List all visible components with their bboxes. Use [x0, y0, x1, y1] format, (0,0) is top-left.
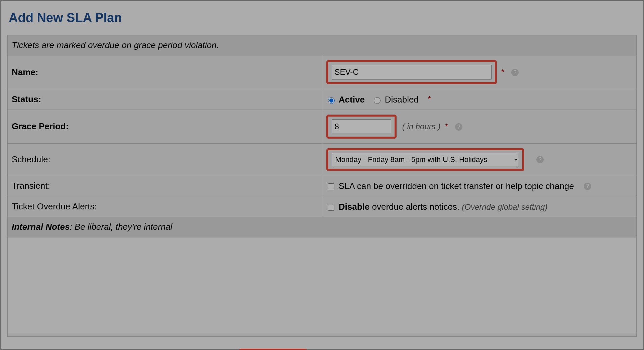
- form-header-note: Tickets are marked overdue on grace peri…: [8, 35, 637, 55]
- overdue-hint: (Override global setting): [462, 202, 547, 211]
- transient-option[interactable]: SLA can be overridden on ticket transfer…: [326, 181, 576, 191]
- status-label: Status:: [8, 89, 322, 110]
- sla-plan-form-page: Add New SLA Plan Tickets are marked over…: [0, 0, 644, 350]
- notes-header-rest: : Be liberal, they're internal: [70, 222, 172, 232]
- transient-label: Transient:: [8, 176, 322, 196]
- transient-checkbox-label: SLA can be overridden on ticket transfer…: [339, 181, 574, 191]
- help-icon[interactable]: ?: [455, 123, 462, 131]
- form-buttons: Add Plan Reset Cancel: [7, 349, 637, 350]
- internal-notes-textarea[interactable]: [8, 237, 636, 334]
- overdue-alerts-label: Ticket Overdue Alerts:: [8, 196, 322, 217]
- help-icon[interactable]: ?: [511, 69, 519, 76]
- name-input[interactable]: [332, 65, 492, 79]
- overdue-alerts-checkbox[interactable]: [328, 204, 334, 211]
- status-disabled-label: Disabled: [385, 95, 419, 105]
- name-cell: * ?: [322, 55, 637, 89]
- grace-hint: ( in hours ): [402, 122, 441, 131]
- required-star: *: [428, 95, 431, 104]
- notes-cell: [8, 237, 637, 336]
- internal-notes-header: Internal Notes: Be liberal, they're inte…: [8, 217, 637, 237]
- grace-highlight: [326, 115, 397, 139]
- add-plan-highlight: Add Plan: [239, 349, 307, 350]
- help-icon[interactable]: ?: [584, 183, 591, 190]
- name-label: Name:: [8, 55, 322, 89]
- transient-checkbox[interactable]: [328, 183, 334, 190]
- name-highlight: [326, 60, 497, 84]
- grace-cell: ( in hours ) * ?: [322, 110, 637, 143]
- grace-period-input[interactable]: [332, 119, 391, 134]
- schedule-highlight: Monday - Friday 8am - 5pm with U.S. Holi…: [326, 148, 524, 171]
- transient-cell: SLA can be overridden on ticket transfer…: [322, 176, 637, 196]
- page-title: Add New SLA Plan: [9, 11, 637, 25]
- required-star: *: [445, 122, 448, 131]
- required-star: *: [501, 67, 504, 76]
- overdue-disable-word: Disable: [339, 202, 370, 212]
- schedule-select[interactable]: Monday - Friday 8am - 5pm with U.S. Holi…: [332, 153, 519, 166]
- sla-form-table: Tickets are marked overdue on grace peri…: [7, 35, 637, 337]
- schedule-label: Schedule:: [8, 143, 322, 176]
- notes-header-bold: Internal Notes: [12, 222, 70, 232]
- overdue-alerts-cell: Disable overdue alerts notices. (Overrid…: [322, 196, 637, 217]
- help-icon[interactable]: ?: [536, 156, 544, 163]
- status-active-option[interactable]: Active: [326, 95, 367, 105]
- status-disabled-option[interactable]: Disabled: [372, 95, 421, 105]
- status-active-radio[interactable]: [328, 97, 335, 104]
- schedule-cell: Monday - Friday 8am - 5pm with U.S. Holi…: [322, 143, 637, 176]
- status-cell: Active Disabled *: [322, 89, 637, 110]
- status-disabled-radio[interactable]: [374, 97, 381, 104]
- grace-label: Grace Period:: [8, 110, 322, 143]
- overdue-alerts-option[interactable]: Disable overdue alerts notices. (Overrid…: [326, 202, 548, 212]
- overdue-rest-label: overdue alerts notices.: [369, 202, 462, 212]
- status-active-label: Active: [339, 95, 365, 105]
